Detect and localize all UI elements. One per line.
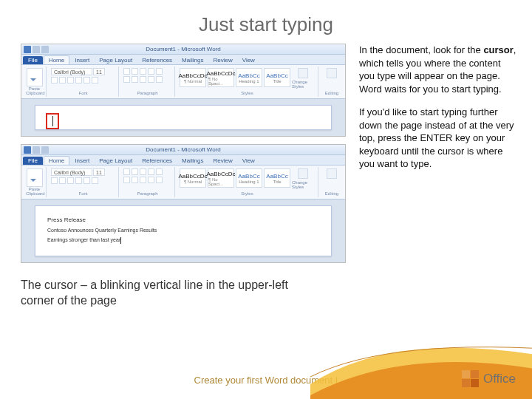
group-font: Calibri (Body) 11 Font: [48, 167, 119, 197]
style-nospacing[interactable]: AaBbCcDc¶ No Spaci...: [208, 168, 234, 188]
office-logo-icon: [462, 370, 479, 387]
word-title-text: Document1 - Microsoft Word: [146, 146, 221, 153]
font-name[interactable]: Calibri (Body): [51, 168, 92, 176]
group-label: Font: [51, 191, 115, 196]
paste-icon[interactable]: [27, 168, 43, 187]
strike-icon[interactable]: [75, 77, 82, 83]
style-normal[interactable]: AaBbCcDc¶ Normal: [180, 168, 206, 188]
group-label: Styles: [180, 191, 315, 196]
fontcolor-icon[interactable]: [83, 77, 90, 83]
group-clipboard: Paste Clipboard: [23, 167, 47, 197]
change-styles[interactable]: Change Styles: [292, 168, 314, 189]
tab-insert[interactable]: Insert: [70, 157, 94, 165]
file-tab[interactable]: File: [23, 157, 43, 165]
group-label: Styles: [180, 91, 315, 95]
tab-references[interactable]: References: [137, 56, 177, 64]
tab-pagelayout[interactable]: Page Layout: [95, 56, 137, 64]
underline-icon[interactable]: [67, 77, 74, 83]
doc-line: Contoso Announces Quarterly Earnings Res…: [47, 228, 319, 233]
find-icon[interactable]: [327, 68, 337, 78]
group-label: Clipboard: [26, 91, 43, 95]
multilevel-icon[interactable]: [140, 168, 146, 175]
find-icon[interactable]: [327, 168, 337, 179]
qa-icon: [41, 46, 49, 53]
shading-icon[interactable]: [156, 177, 163, 183]
sort-icon[interactable]: [156, 168, 163, 175]
group-styles: AaBbCcDc¶ Normal AaBbCcDc¶ No Spaci... A…: [177, 167, 318, 197]
style-heading1[interactable]: AaBbCcHeading 1: [236, 168, 262, 188]
font-name[interactable]: Calibri (Body): [51, 68, 92, 75]
numbering-icon[interactable]: [132, 168, 138, 175]
word-titlebar: Document1 - Microsoft Word: [21, 145, 345, 155]
office-logo: Office: [462, 370, 516, 387]
group-label: Editing: [323, 191, 341, 196]
group-font: Calibri (Body) 11 Font: [48, 66, 119, 97]
style-title[interactable]: AaBbCcTitle: [264, 168, 290, 188]
numbering-icon[interactable]: [132, 68, 138, 75]
group-label: Clipboard: [26, 191, 43, 196]
group-label: Paragraph: [123, 91, 171, 95]
italic-icon[interactable]: [59, 77, 66, 83]
tab-home[interactable]: Home: [44, 156, 69, 165]
fontcolor-icon[interactable]: [83, 177, 90, 184]
align-right-icon[interactable]: [140, 177, 146, 183]
tab-review[interactable]: Review: [208, 56, 236, 64]
word-screenshot-1: Document1 - Microsoft Word File Home Ins…: [21, 44, 346, 137]
tab-mailings[interactable]: Mailings: [177, 56, 208, 64]
bullets-icon[interactable]: [123, 168, 130, 175]
align-center-icon[interactable]: [132, 177, 138, 183]
highlight-icon[interactable]: [92, 77, 98, 83]
change-styles[interactable]: Change Styles: [292, 68, 314, 89]
tab-mailings[interactable]: Mailings: [177, 157, 208, 165]
document-page[interactable]: Press Release Contoso Announces Quarterl…: [35, 205, 332, 256]
indent-icon[interactable]: [148, 68, 154, 75]
paste-icon[interactable]: [27, 68, 43, 86]
qa-icon: [33, 46, 40, 53]
tab-review[interactable]: Review: [208, 157, 236, 165]
font-size[interactable]: 11: [93, 168, 105, 176]
word-app-icon: [24, 46, 31, 53]
align-center-icon[interactable]: [132, 76, 138, 83]
doc-line: Press Release: [47, 216, 319, 223]
indent-icon[interactable]: [148, 168, 154, 175]
justify-icon[interactable]: [148, 76, 154, 83]
strike-icon[interactable]: [75, 177, 82, 184]
tab-insert[interactable]: Insert: [70, 56, 94, 64]
document-page[interactable]: [35, 105, 332, 130]
page-title: Just start typing: [0, 0, 532, 44]
align-right-icon[interactable]: [140, 76, 146, 83]
sort-icon[interactable]: [156, 68, 163, 75]
align-left-icon[interactable]: [123, 76, 130, 83]
style-nospacing[interactable]: AaBbCcDc¶ No Spaci...: [208, 68, 234, 87]
changestyles-icon: [298, 168, 308, 179]
font-size[interactable]: 11: [93, 68, 105, 75]
ribbon: Paste Clipboard Calibri (Body) 11: [21, 65, 345, 99]
shading-icon[interactable]: [156, 76, 163, 83]
tab-view[interactable]: View: [238, 56, 259, 64]
paragraph-1: In the document, look for the cursor, wh…: [359, 44, 519, 95]
screenshots-column: Document1 - Microsoft Word File Home Ins…: [21, 44, 346, 270]
tab-pagelayout[interactable]: Page Layout: [95, 157, 137, 165]
tab-home[interactable]: Home: [44, 55, 69, 64]
bullets-icon[interactable]: [123, 68, 130, 75]
bold-icon[interactable]: [51, 77, 58, 83]
align-left-icon[interactable]: [123, 177, 130, 183]
highlight-icon[interactable]: [92, 177, 98, 184]
style-heading1[interactable]: AaBbCcHeading 1: [236, 68, 262, 87]
cursor-highlight-box: [46, 113, 59, 129]
tab-view[interactable]: View: [238, 157, 259, 165]
word-app-icon: [24, 146, 31, 154]
style-normal[interactable]: AaBbCcDc¶ Normal: [180, 68, 206, 87]
file-tab[interactable]: File: [23, 56, 43, 64]
group-label: Font: [51, 91, 115, 95]
justify-icon[interactable]: [148, 177, 154, 183]
style-title[interactable]: AaBbCcTitle: [264, 68, 290, 87]
multilevel-icon[interactable]: [140, 68, 146, 75]
underline-icon[interactable]: [67, 177, 74, 184]
group-paragraph: Paragraph: [120, 66, 175, 97]
italic-icon[interactable]: [59, 177, 66, 184]
document-area: Press Release Contoso Announces Quarterl…: [21, 200, 345, 262]
group-editing: Editing: [320, 66, 344, 97]
bold-icon[interactable]: [51, 177, 58, 184]
tab-references[interactable]: References: [137, 157, 177, 165]
